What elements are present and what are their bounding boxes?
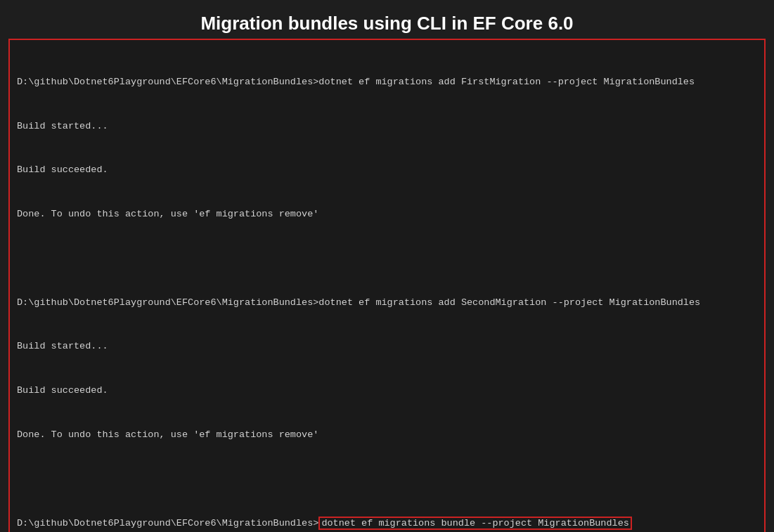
terminal-line: Done. To undo this action, use 'ef migra… [17, 428, 757, 443]
section1-terminal: D:\github\Dotnet6Playground\EFCore6\Migr… [8, 39, 766, 532]
terminal-line: Build started... [17, 119, 757, 134]
section1-title: Migration bundles using CLI in EF Core 6… [8, 13, 766, 34]
terminal-line: Build succeeded. [17, 384, 757, 398]
terminal-line: Build started... [17, 339, 757, 354]
terminal-line: Done. To undo this action, use 'ef migra… [17, 207, 757, 222]
terminal-line-cmd: D:\github\Dotnet6Playground\EFCore6\Migr… [17, 517, 757, 531]
terminal-line [17, 472, 757, 487]
highlighted-command: dotnet ef migrations bundle --project Mi… [318, 517, 631, 530]
terminal-line: D:\github\Dotnet6Playground\EFCore6\Migr… [17, 296, 757, 311]
terminal-line: D:\github\Dotnet6Playground\EFCore6\Migr… [17, 75, 757, 90]
terminal-line [17, 252, 757, 266]
terminal-line: Build succeeded. [17, 163, 757, 178]
